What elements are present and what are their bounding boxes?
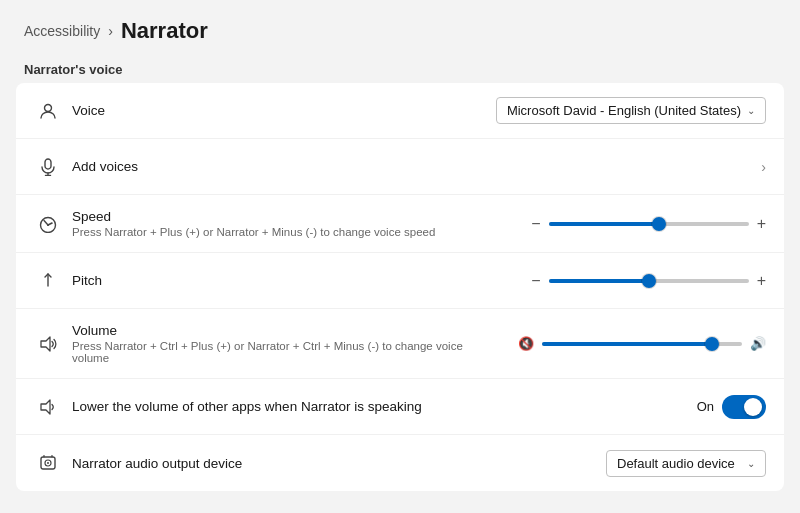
lower-volume-toggle[interactable] <box>722 395 766 419</box>
lower-volume-content: Lower the volume of other apps when Narr… <box>72 399 681 414</box>
voice-content: Voice <box>72 103 480 118</box>
voice-dropdown[interactable]: Microsoft David - English (United States… <box>496 97 766 124</box>
voices-section-label: Narrator's voice <box>0 54 800 83</box>
voice-row: Voice Microsoft David - English (United … <box>16 83 784 139</box>
svg-rect-1 <box>45 159 51 169</box>
voice-dropdown-chevron-icon: ⌄ <box>747 105 755 116</box>
volume-content: Volume Press Narrator + Ctrl + Plus (+) … <box>72 323 502 364</box>
mic-icon <box>34 158 62 176</box>
breadcrumb-separator: › <box>108 23 113 39</box>
volume-mute-icon: 🔇 <box>518 336 534 351</box>
audio-output-icon <box>34 454 62 472</box>
audio-output-title: Narrator audio output device <box>72 456 590 471</box>
volume-title: Volume <box>72 323 502 338</box>
speed-slider-thumb[interactable] <box>652 217 666 231</box>
page-title: Narrator <box>121 18 208 44</box>
speed-row: Speed Press Narrator + Plus (+) or Narra… <box>16 195 784 253</box>
lower-volume-control[interactable]: On <box>697 395 766 419</box>
speed-plus-icon: + <box>757 216 766 232</box>
svg-point-11 <box>47 462 49 464</box>
header: Accessibility › Narrator Narrator's voic… <box>0 0 800 83</box>
add-voices-content: Add voices <box>72 159 745 174</box>
lower-volume-toggle-label: On <box>697 399 714 414</box>
speed-title: Speed <box>72 209 515 224</box>
volume-control[interactable]: 🔇 🔊 <box>518 336 766 351</box>
volume-slider-container[interactable]: 🔇 🔊 <box>518 336 766 351</box>
audio-output-dropdown-value: Default audio device <box>617 456 735 471</box>
pitch-minus-icon: − <box>531 273 540 289</box>
speed-icon <box>34 215 62 233</box>
breadcrumb-accessibility: Accessibility <box>24 23 100 39</box>
volume-row: Volume Press Narrator + Ctrl + Plus (+) … <box>16 309 784 379</box>
pitch-content: Pitch <box>72 273 515 288</box>
add-voices-row[interactable]: Add voices › <box>16 139 784 195</box>
voice-control[interactable]: Microsoft David - English (United States… <box>496 97 766 124</box>
voice-dropdown-value: Microsoft David - English (United States… <box>507 103 741 118</box>
pitch-slider-track[interactable] <box>549 279 749 283</box>
svg-point-0 <box>45 104 52 111</box>
pitch-row: Pitch − + <box>16 253 784 309</box>
add-voices-title: Add voices <box>72 159 745 174</box>
narrator-settings-card: Voice Microsoft David - English (United … <box>16 83 784 491</box>
voice-title: Voice <box>72 103 480 118</box>
volume-icon <box>34 336 62 352</box>
volume-slider-fill <box>542 342 712 346</box>
volume-high-icon: 🔊 <box>750 336 766 351</box>
svg-marker-7 <box>41 337 50 351</box>
lower-volume-toggle-container[interactable]: On <box>697 395 766 419</box>
speed-slider-fill <box>549 222 659 226</box>
volume-subtitle: Press Narrator + Ctrl + Plus (+) or Narr… <box>72 340 502 364</box>
lower-volume-row: Lower the volume of other apps when Narr… <box>16 379 784 435</box>
pitch-title: Pitch <box>72 273 515 288</box>
svg-marker-8 <box>41 400 50 414</box>
speed-slider-container[interactable]: − + <box>531 216 766 232</box>
pitch-slider-container[interactable]: − + <box>531 273 766 289</box>
speed-content: Speed Press Narrator + Plus (+) or Narra… <box>72 209 515 238</box>
pitch-plus-icon: + <box>757 273 766 289</box>
audio-output-dropdown[interactable]: Default audio device ⌄ <box>606 450 766 477</box>
volume-slider-thumb[interactable] <box>705 337 719 351</box>
speed-slider-track[interactable] <box>549 222 749 226</box>
add-voices-chevron-icon: › <box>761 159 766 175</box>
pitch-slider-thumb[interactable] <box>642 274 656 288</box>
person-icon <box>34 102 62 120</box>
lower-volume-toggle-knob <box>744 398 762 416</box>
svg-point-5 <box>47 224 49 226</box>
pitch-slider-fill <box>549 279 649 283</box>
audio-output-control[interactable]: Default audio device ⌄ <box>606 450 766 477</box>
speed-control[interactable]: − + <box>531 216 766 232</box>
speed-minus-icon: − <box>531 216 540 232</box>
audio-output-content: Narrator audio output device <box>72 456 590 471</box>
audio-output-row: Narrator audio output device Default aud… <box>16 435 784 491</box>
pitch-icon <box>34 272 62 290</box>
add-voices-control: › <box>761 159 766 175</box>
speed-subtitle: Press Narrator + Plus (+) or Narrator + … <box>72 226 515 238</box>
audio-output-dropdown-chevron-icon: ⌄ <box>747 458 755 469</box>
lower-volume-icon <box>34 399 62 415</box>
lower-volume-title: Lower the volume of other apps when Narr… <box>72 399 681 414</box>
pitch-control[interactable]: − + <box>531 273 766 289</box>
volume-slider-track[interactable] <box>542 342 742 346</box>
